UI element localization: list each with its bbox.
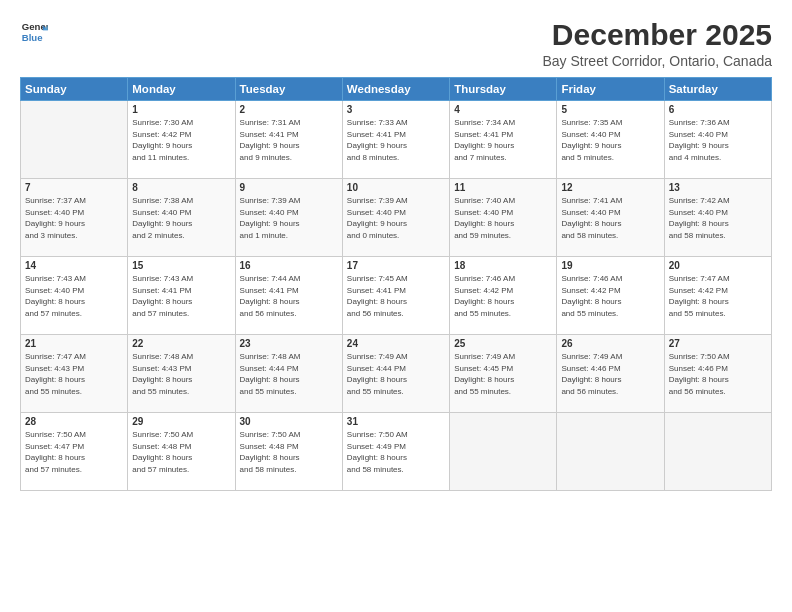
- logo-icon: General Blue: [20, 18, 48, 46]
- svg-text:Blue: Blue: [22, 32, 43, 43]
- day-info: Sunrise: 7:37 AMSunset: 4:40 PMDaylight:…: [25, 195, 123, 241]
- day-info: Sunrise: 7:47 AMSunset: 4:43 PMDaylight:…: [25, 351, 123, 397]
- day-info: Sunrise: 7:43 AMSunset: 4:40 PMDaylight:…: [25, 273, 123, 319]
- day-number: 30: [240, 416, 338, 427]
- calendar-cell: 1Sunrise: 7:30 AMSunset: 4:42 PMDaylight…: [128, 101, 235, 179]
- calendar-cell: 31Sunrise: 7:50 AMSunset: 4:49 PMDayligh…: [342, 413, 449, 491]
- col-thursday: Thursday: [450, 78, 557, 101]
- day-number: 4: [454, 104, 552, 115]
- calendar-cell: 6Sunrise: 7:36 AMSunset: 4:40 PMDaylight…: [664, 101, 771, 179]
- calendar-cell: [21, 101, 128, 179]
- calendar-cell: 24Sunrise: 7:49 AMSunset: 4:44 PMDayligh…: [342, 335, 449, 413]
- day-info: Sunrise: 7:46 AMSunset: 4:42 PMDaylight:…: [561, 273, 659, 319]
- calendar-cell: 7Sunrise: 7:37 AMSunset: 4:40 PMDaylight…: [21, 179, 128, 257]
- day-number: 29: [132, 416, 230, 427]
- calendar-cell: 25Sunrise: 7:49 AMSunset: 4:45 PMDayligh…: [450, 335, 557, 413]
- day-info: Sunrise: 7:49 AMSunset: 4:44 PMDaylight:…: [347, 351, 445, 397]
- calendar-cell: 19Sunrise: 7:46 AMSunset: 4:42 PMDayligh…: [557, 257, 664, 335]
- calendar-cell: [450, 413, 557, 491]
- col-tuesday: Tuesday: [235, 78, 342, 101]
- day-info: Sunrise: 7:50 AMSunset: 4:48 PMDaylight:…: [240, 429, 338, 475]
- calendar-cell: 5Sunrise: 7:35 AMSunset: 4:40 PMDaylight…: [557, 101, 664, 179]
- day-info: Sunrise: 7:49 AMSunset: 4:46 PMDaylight:…: [561, 351, 659, 397]
- day-info: Sunrise: 7:38 AMSunset: 4:40 PMDaylight:…: [132, 195, 230, 241]
- calendar-cell: 26Sunrise: 7:49 AMSunset: 4:46 PMDayligh…: [557, 335, 664, 413]
- calendar-cell: 13Sunrise: 7:42 AMSunset: 4:40 PMDayligh…: [664, 179, 771, 257]
- day-info: Sunrise: 7:46 AMSunset: 4:42 PMDaylight:…: [454, 273, 552, 319]
- day-info: Sunrise: 7:44 AMSunset: 4:41 PMDaylight:…: [240, 273, 338, 319]
- calendar-cell: 28Sunrise: 7:50 AMSunset: 4:47 PMDayligh…: [21, 413, 128, 491]
- table-row: 1Sunrise: 7:30 AMSunset: 4:42 PMDaylight…: [21, 101, 772, 179]
- calendar-cell: 27Sunrise: 7:50 AMSunset: 4:46 PMDayligh…: [664, 335, 771, 413]
- day-number: 26: [561, 338, 659, 349]
- calendar-cell: 12Sunrise: 7:41 AMSunset: 4:40 PMDayligh…: [557, 179, 664, 257]
- table-row: 7Sunrise: 7:37 AMSunset: 4:40 PMDaylight…: [21, 179, 772, 257]
- calendar-cell: 18Sunrise: 7:46 AMSunset: 4:42 PMDayligh…: [450, 257, 557, 335]
- day-number: 5: [561, 104, 659, 115]
- calendar-cell: 22Sunrise: 7:48 AMSunset: 4:43 PMDayligh…: [128, 335, 235, 413]
- day-info: Sunrise: 7:50 AMSunset: 4:47 PMDaylight:…: [25, 429, 123, 475]
- day-number: 11: [454, 182, 552, 193]
- day-number: 28: [25, 416, 123, 427]
- calendar-cell: 11Sunrise: 7:40 AMSunset: 4:40 PMDayligh…: [450, 179, 557, 257]
- calendar-page: General Blue December 2025 Bay Street Co…: [0, 0, 792, 612]
- table-row: 21Sunrise: 7:47 AMSunset: 4:43 PMDayligh…: [21, 335, 772, 413]
- col-monday: Monday: [128, 78, 235, 101]
- calendar-cell: 15Sunrise: 7:43 AMSunset: 4:41 PMDayligh…: [128, 257, 235, 335]
- day-number: 31: [347, 416, 445, 427]
- day-info: Sunrise: 7:50 AMSunset: 4:49 PMDaylight:…: [347, 429, 445, 475]
- table-row: 14Sunrise: 7:43 AMSunset: 4:40 PMDayligh…: [21, 257, 772, 335]
- calendar-cell: 4Sunrise: 7:34 AMSunset: 4:41 PMDaylight…: [450, 101, 557, 179]
- day-info: Sunrise: 7:42 AMSunset: 4:40 PMDaylight:…: [669, 195, 767, 241]
- day-info: Sunrise: 7:36 AMSunset: 4:40 PMDaylight:…: [669, 117, 767, 163]
- day-number: 7: [25, 182, 123, 193]
- day-info: Sunrise: 7:39 AMSunset: 4:40 PMDaylight:…: [347, 195, 445, 241]
- day-info: Sunrise: 7:49 AMSunset: 4:45 PMDaylight:…: [454, 351, 552, 397]
- calendar-cell: 21Sunrise: 7:47 AMSunset: 4:43 PMDayligh…: [21, 335, 128, 413]
- calendar-cell: [664, 413, 771, 491]
- calendar-cell: 17Sunrise: 7:45 AMSunset: 4:41 PMDayligh…: [342, 257, 449, 335]
- day-number: 9: [240, 182, 338, 193]
- day-number: 20: [669, 260, 767, 271]
- calendar-cell: 10Sunrise: 7:39 AMSunset: 4:40 PMDayligh…: [342, 179, 449, 257]
- day-number: 13: [669, 182, 767, 193]
- day-info: Sunrise: 7:45 AMSunset: 4:41 PMDaylight:…: [347, 273, 445, 319]
- day-number: 21: [25, 338, 123, 349]
- header: General Blue December 2025 Bay Street Co…: [20, 18, 772, 69]
- day-number: 8: [132, 182, 230, 193]
- calendar-cell: 29Sunrise: 7:50 AMSunset: 4:48 PMDayligh…: [128, 413, 235, 491]
- day-info: Sunrise: 7:40 AMSunset: 4:40 PMDaylight:…: [454, 195, 552, 241]
- day-info: Sunrise: 7:33 AMSunset: 4:41 PMDaylight:…: [347, 117, 445, 163]
- calendar-title: December 2025: [542, 18, 772, 51]
- calendar-cell: 16Sunrise: 7:44 AMSunset: 4:41 PMDayligh…: [235, 257, 342, 335]
- day-info: Sunrise: 7:50 AMSunset: 4:46 PMDaylight:…: [669, 351, 767, 397]
- day-info: Sunrise: 7:30 AMSunset: 4:42 PMDaylight:…: [132, 117, 230, 163]
- title-block: December 2025 Bay Street Corridor, Ontar…: [542, 18, 772, 69]
- calendar-cell: 20Sunrise: 7:47 AMSunset: 4:42 PMDayligh…: [664, 257, 771, 335]
- calendar-cell: 9Sunrise: 7:39 AMSunset: 4:40 PMDaylight…: [235, 179, 342, 257]
- calendar-cell: 14Sunrise: 7:43 AMSunset: 4:40 PMDayligh…: [21, 257, 128, 335]
- day-number: 19: [561, 260, 659, 271]
- day-number: 24: [347, 338, 445, 349]
- calendar-cell: 2Sunrise: 7:31 AMSunset: 4:41 PMDaylight…: [235, 101, 342, 179]
- col-saturday: Saturday: [664, 78, 771, 101]
- calendar-cell: 30Sunrise: 7:50 AMSunset: 4:48 PMDayligh…: [235, 413, 342, 491]
- day-info: Sunrise: 7:43 AMSunset: 4:41 PMDaylight:…: [132, 273, 230, 319]
- col-sunday: Sunday: [21, 78, 128, 101]
- day-number: 23: [240, 338, 338, 349]
- calendar-table: Sunday Monday Tuesday Wednesday Thursday…: [20, 77, 772, 491]
- calendar-cell: 23Sunrise: 7:48 AMSunset: 4:44 PMDayligh…: [235, 335, 342, 413]
- header-row: Sunday Monday Tuesday Wednesday Thursday…: [21, 78, 772, 101]
- day-number: 22: [132, 338, 230, 349]
- day-info: Sunrise: 7:41 AMSunset: 4:40 PMDaylight:…: [561, 195, 659, 241]
- logo: General Blue: [20, 18, 48, 46]
- calendar-cell: 8Sunrise: 7:38 AMSunset: 4:40 PMDaylight…: [128, 179, 235, 257]
- calendar-subtitle: Bay Street Corridor, Ontario, Canada: [542, 53, 772, 69]
- day-number: 12: [561, 182, 659, 193]
- day-number: 25: [454, 338, 552, 349]
- calendar-cell: 3Sunrise: 7:33 AMSunset: 4:41 PMDaylight…: [342, 101, 449, 179]
- day-info: Sunrise: 7:47 AMSunset: 4:42 PMDaylight:…: [669, 273, 767, 319]
- day-number: 2: [240, 104, 338, 115]
- day-number: 10: [347, 182, 445, 193]
- day-number: 27: [669, 338, 767, 349]
